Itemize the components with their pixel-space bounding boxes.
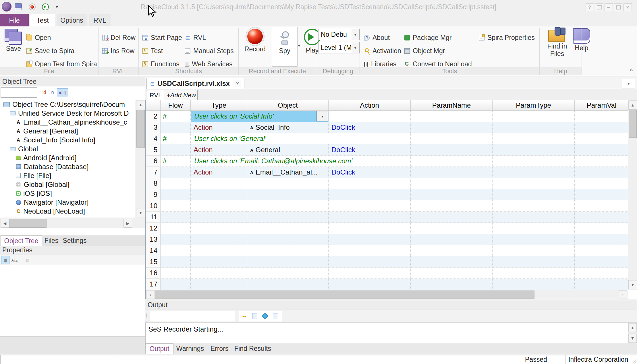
spira-properties-button[interactable]: Spira Properties (479, 33, 535, 42)
cell-paramval[interactable] (575, 167, 628, 178)
row-number[interactable]: 17 (146, 279, 161, 290)
rvl-shortcut-button[interactable]: RVL (185, 33, 206, 42)
cell-paramtype[interactable] (493, 122, 575, 133)
sheet-tab-rvl[interactable]: RVL (147, 90, 164, 100)
tree-item[interactable]: Database [Database] (0, 162, 136, 171)
cell-object[interactable] (247, 223, 329, 234)
cell-paramname[interactable] (411, 144, 493, 156)
cell-object[interactable] (247, 189, 329, 200)
cell-flow[interactable] (161, 212, 191, 223)
cell-paramval[interactable] (575, 245, 628, 256)
quick-access-dropdown-icon[interactable]: ▾ (53, 3, 60, 10)
about-button[interactable]: About (364, 33, 390, 42)
cell-type[interactable] (191, 200, 247, 212)
grid-vscroll-thumb[interactable] (629, 110, 637, 138)
cell-object[interactable]: ASocial_Info (247, 122, 329, 133)
grid-scroll-down-icon[interactable]: ▼ (628, 280, 637, 289)
tree-item[interactable]: Global (0, 144, 136, 153)
comment-combo-dropdown-icon[interactable]: ▾ (316, 111, 328, 121)
ribbon-tab-options[interactable]: Options (57, 14, 87, 27)
cell-object[interactable] (247, 212, 329, 223)
maximize-button[interactable] (614, 3, 622, 11)
row-number[interactable]: 9 (146, 189, 161, 200)
cell-action[interactable] (329, 200, 411, 212)
tree-scroll-left-icon[interactable]: ◀ (1, 219, 9, 228)
test-shortcut-button[interactable]: Test (142, 46, 163, 56)
cell-flow[interactable] (161, 144, 191, 156)
cell-paramname[interactable] (411, 156, 493, 167)
document-close-icon[interactable]: x (234, 80, 241, 87)
cell-paramval[interactable] (575, 133, 628, 144)
output-tab-find-results[interactable]: Find Results (233, 343, 273, 354)
cell-paramval[interactable] (575, 234, 628, 245)
tree-vscrollbar[interactable]: ▲ ▼ (136, 100, 145, 218)
row-number[interactable]: 7 (146, 167, 161, 178)
grid-row[interactable]: 9 (146, 189, 637, 200)
filter-magnet-icon[interactable]: ⌣ (241, 312, 248, 320)
cell-action[interactable]: DoClick (329, 144, 411, 156)
grid-vscrollbar[interactable]: ▲ ▼ (628, 100, 637, 290)
cell-action[interactable] (329, 111, 411, 122)
grid-header-paramname[interactable]: ParamName (411, 100, 493, 111)
tree-vscroll-thumb[interactable] (136, 110, 145, 148)
activation-button[interactable]: Activation (364, 46, 401, 56)
tree-item[interactable]: Object Tree C:\Users\squirrel\Docum (0, 100, 136, 109)
cell-object[interactable] (247, 200, 329, 212)
quick-record-icon[interactable] (29, 3, 36, 10)
tree-item[interactable]: AGeneral [General] (0, 127, 136, 135)
cell-paramval[interactable] (575, 256, 628, 268)
cell-paramname[interactable] (411, 256, 493, 268)
cell-flow[interactable] (161, 256, 191, 268)
package-mgr-button[interactable]: Package Mgr (404, 33, 452, 42)
save-to-spira-button[interactable]: Save to Spira (26, 46, 74, 56)
sort-az-icon[interactable]: A↓Z (10, 256, 19, 264)
tree-scroll-down-icon[interactable]: ▼ (136, 208, 145, 217)
cell-type[interactable] (191, 178, 247, 189)
grid-row[interactable]: 8 (146, 178, 637, 189)
grid-row[interactable]: 14 (146, 245, 637, 256)
tree-item[interactable]: ASocial_Info [Social Info] (0, 135, 136, 144)
cell-object[interactable] (247, 256, 329, 268)
tree-item[interactable]: Unified Service Desk for Microsoft D (0, 109, 136, 118)
cell-paramname[interactable] (411, 133, 493, 144)
cell-flow[interactable] (161, 279, 191, 290)
cell-paramname[interactable] (411, 189, 493, 200)
cell-paramtype[interactable] (493, 178, 575, 189)
cell-comment-selected[interactable]: User clicks on 'Social Info'▾ (191, 111, 329, 122)
cell-paramval[interactable] (575, 178, 628, 189)
cell-action[interactable]: DoClick (329, 122, 411, 133)
grid-header-type[interactable]: Type (191, 100, 247, 111)
cell-paramval[interactable] (575, 111, 628, 122)
cell-flow[interactable] (161, 122, 191, 133)
cell-flow[interactable] (161, 178, 191, 189)
tree-item[interactable]: iOS [iOS] (0, 189, 136, 198)
cell-type[interactable] (191, 234, 247, 245)
document-list-dropdown-icon[interactable]: ▾ (622, 79, 635, 88)
cell-type[interactable]: Action (191, 122, 247, 133)
cell-flow[interactable]: # (161, 156, 191, 167)
resize-grip[interactable] (632, 359, 636, 363)
output-tab-output[interactable]: Output (145, 343, 173, 354)
cell-type[interactable] (191, 256, 247, 268)
cell-flow[interactable] (161, 234, 191, 245)
cell-paramname[interactable] (411, 223, 493, 234)
filter-n-button[interactable]: n (49, 88, 56, 96)
row-number[interactable]: 16 (146, 268, 161, 279)
cell-paramname[interactable] (411, 245, 493, 256)
cell-object[interactable] (247, 245, 329, 256)
del-row-button[interactable]: Del Row (102, 33, 136, 42)
grid-row[interactable]: 15 (146, 256, 637, 268)
cell-object[interactable] (247, 178, 329, 189)
grid-header-corner[interactable] (146, 100, 161, 111)
cell-paramtype[interactable] (493, 189, 575, 200)
cell-paramtype[interactable] (493, 245, 575, 256)
help-window-button[interactable]: ? (586, 3, 594, 11)
output-tab-warnings[interactable]: Warnings (174, 343, 206, 354)
grid-row[interactable]: 5ActionAGeneralDoClick (146, 144, 637, 156)
cell-paramtype[interactable] (493, 234, 575, 245)
row-number[interactable]: 15 (146, 256, 161, 268)
cell-paramtype[interactable] (493, 156, 575, 167)
ins-row-button[interactable]: Ins Row (102, 46, 134, 56)
output-vscrollbar[interactable]: ▲ ▼ (628, 323, 637, 343)
cell-object[interactable]: AEmail__Cathan_al... (247, 167, 329, 178)
